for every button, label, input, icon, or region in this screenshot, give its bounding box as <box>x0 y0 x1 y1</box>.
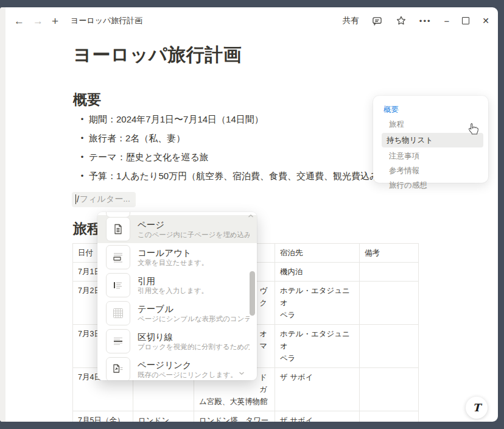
share-button[interactable]: 共有 <box>343 15 359 26</box>
quote-icon <box>106 273 130 297</box>
app-window: ← → + ヨーロッパ旅行計画 共有 <box>0 7 498 422</box>
menu-item-table[interactable]: テーブル ページにシンプルな表形式のコンテン... <box>97 299 257 327</box>
back-button[interactable]: ← <box>14 16 24 26</box>
toc-item-thoughts[interactable]: 旅行の感想 <box>384 179 483 191</box>
window-maximize-button[interactable] <box>462 17 469 24</box>
menu-item-page-link[interactable]: ページリンク 既存のページにリンクします。 <box>97 355 257 380</box>
new-tab-button[interactable]: + <box>52 15 58 27</box>
overview-heading: 概要 <box>73 90 101 109</box>
topbar: ← → + ヨーロッパ旅行計画 共有 <box>5 7 498 34</box>
hand-cursor-icon <box>466 122 480 136</box>
menu-scrollbar[interactable] <box>250 271 255 316</box>
table-of-contents: 概要 旅程 持ち物リスト 注意事項 参考情報 旅行の感想 <box>373 96 488 183</box>
page-link-icon <box>106 357 130 380</box>
more-menu-button[interactable]: ••• <box>419 16 432 26</box>
list-item: •テーマ：歴史と文化を巡る旅 <box>75 151 388 163</box>
window-close-button[interactable]: ✕ <box>482 16 489 26</box>
text-caret <box>75 194 76 204</box>
list-item: •予算：1人あたり50万円（航空券、宿泊費、食費、交通費、観光費込み） <box>75 170 388 182</box>
chevron-up-icon <box>248 214 254 218</box>
window-minimize-button[interactable]: − <box>444 16 450 26</box>
table-row[interactable]: 7月5日（金） ロンドン ロンドン塔、タワーブ リッジ、ウェストミン スター寺院… <box>73 411 419 422</box>
sidebar-edge <box>0 7 5 422</box>
list-item: •期間：2024年7月1日〜7月14日（14日間） <box>75 113 388 126</box>
breadcrumb[interactable]: ヨーロッパ旅行計画 <box>71 15 142 26</box>
partial-item-above <box>106 212 130 218</box>
toc-item-notes[interactable]: 注意事項 <box>384 150 483 162</box>
forward-button[interactable]: → <box>33 16 43 26</box>
menu-item-callout[interactable]: コールアウト 文章を目立たせます。 <box>97 243 257 271</box>
table-icon <box>106 301 130 325</box>
menu-item-divider[interactable]: 区切り線 ブロックを視覚的に分割するための水... <box>97 327 257 355</box>
menu-item-page[interactable]: ページ このページ内に子ページを埋め込みま... <box>97 215 257 243</box>
overview-bullet-list: •期間：2024年7月1日〜7月14日（14日間） •旅行者：2名（私、妻） •… <box>75 113 388 189</box>
toc-item-overview[interactable]: 概要 <box>379 104 483 116</box>
page-title: ヨーロッパ旅行計画 <box>73 43 242 68</box>
floating-text-tool-button[interactable]: T <box>466 397 488 419</box>
slash-command-input[interactable]: / フィルター... <box>72 192 136 207</box>
toc-item-references[interactable]: 参考情報 <box>384 165 483 177</box>
comments-icon[interactable] <box>372 15 383 26</box>
list-item: •旅行者：2名（私、妻） <box>75 132 388 144</box>
chevron-down-icon <box>239 371 245 375</box>
divider-icon <box>106 329 130 353</box>
slash-command-menu: ページ このページ内に子ページを埋め込みま... コールアウト <box>97 212 257 380</box>
menu-item-quote[interactable]: 引用 引用文を入力します。 <box>97 271 257 299</box>
filter-placeholder: フィルター... <box>80 194 130 205</box>
desktop-frame: ← → + ヨーロッパ旅行計画 共有 <box>0 0 504 429</box>
callout-icon <box>106 245 130 269</box>
page-icon <box>106 217 130 241</box>
favorite-star-icon[interactable] <box>396 15 407 26</box>
